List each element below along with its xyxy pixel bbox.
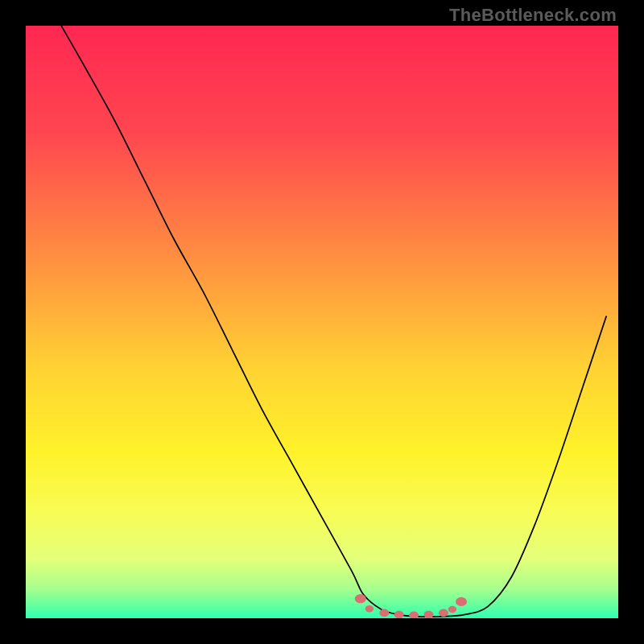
bottleneck-curve: [61, 26, 606, 617]
marker-dot: [424, 611, 434, 618]
plot-area: [26, 26, 618, 618]
marker-dot: [409, 612, 419, 619]
marker-dot: [394, 611, 404, 618]
marker-dot: [439, 609, 448, 617]
marker-dot: [379, 609, 389, 617]
watermark-text: TheBottleneck.com: [449, 5, 617, 26]
curve-layer: [26, 26, 618, 618]
marker-dot: [448, 606, 456, 613]
marker-dot: [355, 594, 366, 603]
marker-dot: [456, 597, 467, 606]
marker-dot: [365, 605, 374, 612]
chart-stage: TheBottleneck.com: [0, 0, 644, 644]
optimal-range-markers: [355, 594, 467, 618]
